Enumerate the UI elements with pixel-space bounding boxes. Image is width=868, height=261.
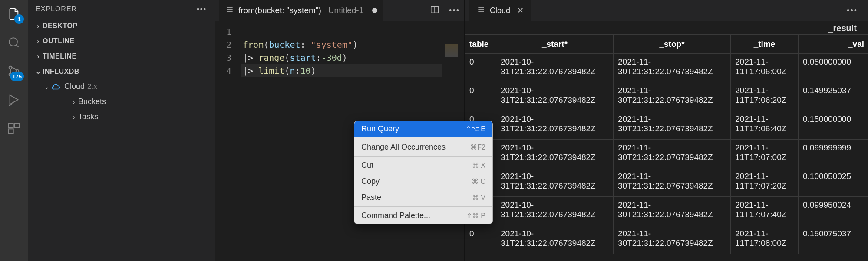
tree-tasks[interactable]: ›Tasks xyxy=(28,109,215,124)
cell-time: 2021-11-11T17:06:20Z xyxy=(731,82,799,111)
explorer-badge: 1 xyxy=(14,14,24,24)
cell-start: 2021-10-31T21:31:22.076739482Z xyxy=(496,197,614,225)
cell-stop: 2021-11-30T21:31:22.076739482Z xyxy=(614,225,731,254)
cell-stop: 2021-11-30T21:31:22.076739482Z xyxy=(614,54,731,82)
cm-separator xyxy=(354,156,492,157)
cm-command-palette[interactable]: Command Palette... ⇧⌘ P xyxy=(354,208,492,224)
cloud-icon xyxy=(51,82,61,91)
cell-start: 2021-10-31T21:31:22.076739482Z xyxy=(496,140,614,168)
activity-bar: 1 175 xyxy=(0,0,28,261)
editor-tab[interactable]: from(bucket: "system") Untitled-1 xyxy=(219,0,384,21)
svg-rect-6 xyxy=(9,129,13,134)
editor-tab-subtitle: Untitled-1 xyxy=(328,6,363,15)
cell-val: 0.050000000 xyxy=(799,54,868,82)
table-row[interactable]: 02021-10-31T21:31:22.076739482Z2021-11-3… xyxy=(465,197,868,225)
panel-more-icon[interactable]: ••• xyxy=(847,6,864,15)
panel-tabs: Cloud ✕ ••• xyxy=(465,0,868,21)
section-timeline[interactable]: ›TIMELINE xyxy=(28,49,215,64)
cell-start: 2021-10-31T21:31:22.076739482Z xyxy=(496,168,614,197)
cell-time: 2021-11-11T17:07:40Z xyxy=(731,197,799,225)
editor-more-icon[interactable]: ••• xyxy=(449,6,460,15)
cell-stop: 2021-11-30T21:31:22.076739482Z xyxy=(614,111,731,140)
cm-cut[interactable]: Cut ⌘ X xyxy=(354,157,492,173)
activity-search[interactable] xyxy=(5,34,23,51)
cell-table: 0 xyxy=(465,54,496,82)
col-table[interactable]: table xyxy=(465,35,496,54)
dirty-indicator-icon xyxy=(372,8,377,13)
cm-run-query[interactable]: Run Query ⌃⌥ E xyxy=(354,121,492,137)
cm-paste[interactable]: Paste ⌘ V xyxy=(354,189,492,206)
flux-icon xyxy=(477,5,485,16)
cell-time: 2021-11-11T17:08:00Z xyxy=(731,225,799,254)
sidebar-title: EXPLORER xyxy=(36,5,77,13)
panel-cloud: Cloud ✕ ••• _result table _start* _stop*… xyxy=(464,0,868,261)
editor-tab-title: from(bucket: "system") xyxy=(238,6,321,15)
svg-point-0 xyxy=(9,38,17,46)
tree-buckets[interactable]: ›Buckets xyxy=(28,94,215,109)
cell-val: 0.099950024 xyxy=(799,197,868,225)
cell-table: 0 xyxy=(465,82,496,111)
sidebar-more-icon[interactable]: ••• xyxy=(197,5,207,13)
result-wrap: _result table _start* _stop* _time _val … xyxy=(465,21,868,261)
cell-time: 2021-11-11T17:06:40Z xyxy=(731,111,799,140)
cell-stop: 2021-11-30T21:31:22.076739482Z xyxy=(614,168,731,197)
table-row[interactable]: 02021-10-31T21:31:22.076739482Z2021-11-3… xyxy=(465,168,868,197)
table-row[interactable]: 02021-10-31T21:31:22.076739482Z2021-11-3… xyxy=(465,225,868,254)
table-row[interactable]: 02021-10-31T21:31:22.076739482Z2021-11-3… xyxy=(465,111,868,140)
line-gutter: 1 2 3 4 xyxy=(215,21,238,261)
explorer-tree: ›DESKTOP ›OUTLINE ›TIMELINE ⌄INFLUXDB ⌄ … xyxy=(28,18,215,124)
panel-tab-label: Cloud xyxy=(490,6,510,15)
result-title: _result xyxy=(465,21,868,34)
activity-explorer[interactable]: 1 xyxy=(5,5,23,23)
editor-tabs: from(bucket: "system") Untitled-1 ••• xyxy=(215,0,464,21)
tree-cloud[interactable]: ⌄ Cloud 2.x xyxy=(28,79,215,94)
cell-time: 2021-11-11T17:07:00Z xyxy=(731,140,799,168)
chevron-right-icon: › xyxy=(34,38,43,45)
table-row[interactable]: 02021-10-31T21:31:22.076739482Z2021-11-3… xyxy=(465,140,868,168)
editor-tab-actions: ••• xyxy=(430,5,460,16)
flux-icon xyxy=(225,5,234,16)
section-desktop[interactable]: ›DESKTOP xyxy=(28,18,215,33)
section-outline[interactable]: ›OUTLINE xyxy=(28,33,215,49)
chevron-down-icon: ⌄ xyxy=(34,68,43,75)
split-editor-icon[interactable] xyxy=(430,5,439,16)
col-start[interactable]: _start* xyxy=(496,35,614,54)
table-header-row: table _start* _stop* _time _val xyxy=(465,35,868,54)
cell-start: 2021-10-31T21:31:22.076739482Z xyxy=(496,225,614,254)
code-content: from(bucket: "system") |> range(start:-3… xyxy=(238,21,358,261)
chevron-right-icon: › xyxy=(34,23,43,29)
chevron-right-icon: › xyxy=(69,114,78,121)
cell-stop: 2021-11-30T21:31:22.076739482Z xyxy=(614,140,731,168)
activity-run[interactable] xyxy=(5,91,23,108)
svg-point-1 xyxy=(9,66,12,69)
context-menu: Run Query ⌃⌥ E Change All Occurrences ⌘F… xyxy=(354,121,493,224)
cell-time: 2021-11-11T17:07:20Z xyxy=(731,168,799,197)
cell-stop: 2021-11-30T21:31:22.076739482Z xyxy=(614,197,731,225)
tree-cloud-label: Cloud xyxy=(64,82,85,91)
table-row[interactable]: 02021-10-31T21:31:22.076739482Z2021-11-3… xyxy=(465,54,868,82)
cell-start: 2021-10-31T21:31:22.076739482Z xyxy=(496,111,614,140)
col-time[interactable]: _time xyxy=(731,35,799,54)
panel-tab-cloud[interactable]: Cloud ✕ xyxy=(469,0,531,21)
svg-rect-4 xyxy=(9,123,13,128)
activity-scm[interactable]: 175 xyxy=(5,62,23,80)
close-icon[interactable]: ✕ xyxy=(517,6,524,15)
cell-val: 0.099999999 xyxy=(799,140,868,168)
cell-val: 0.149925037 xyxy=(799,82,868,111)
sidebar: EXPLORER ••• ›DESKTOP ›OUTLINE ›TIMELINE… xyxy=(28,0,215,261)
chevron-right-icon: › xyxy=(34,53,43,60)
cell-stop: 2021-11-30T21:31:22.076739482Z xyxy=(614,82,731,111)
col-val[interactable]: _val xyxy=(799,35,868,54)
svg-rect-5 xyxy=(14,123,19,128)
result-table: table _start* _stop* _time _val 02021-10… xyxy=(465,34,868,254)
cell-time: 2021-11-11T17:06:00Z xyxy=(731,54,799,82)
col-stop[interactable]: _stop* xyxy=(614,35,731,54)
cell-val: 0.150000000 xyxy=(799,111,868,140)
cell-start: 2021-10-31T21:31:22.076739482Z xyxy=(496,82,614,111)
cm-copy[interactable]: Copy ⌘ C xyxy=(354,173,492,189)
section-influxdb[interactable]: ⌄INFLUXDB xyxy=(28,64,215,79)
activity-extensions[interactable] xyxy=(5,120,23,137)
cm-change-all[interactable]: Change All Occurrences ⌘F2 xyxy=(354,139,492,155)
table-row[interactable]: 02021-10-31T21:31:22.076739482Z2021-11-3… xyxy=(465,82,868,111)
chevron-right-icon: › xyxy=(69,98,78,105)
